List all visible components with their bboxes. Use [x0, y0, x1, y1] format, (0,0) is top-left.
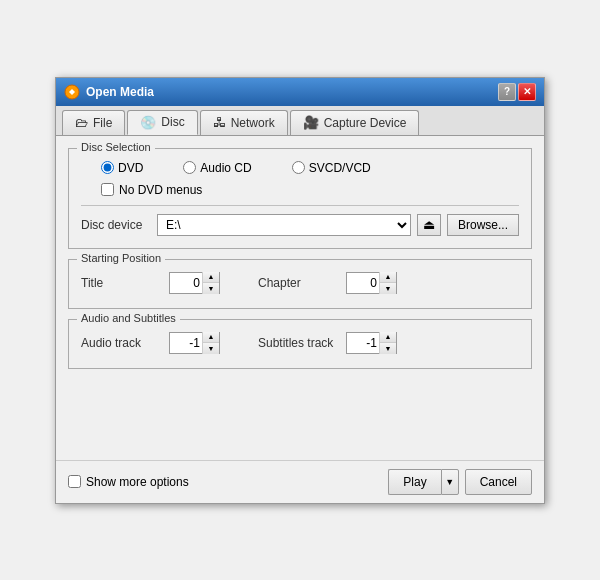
- subtitles-up-arrow[interactable]: ▲: [380, 332, 396, 343]
- audiocd-radio[interactable]: [183, 161, 196, 174]
- disc-type-radio-row: DVD Audio CD SVCD/VCD: [81, 157, 519, 175]
- tab-disc-label: Disc: [161, 115, 184, 129]
- disc-device-label: Disc device: [81, 218, 151, 232]
- title-bar-controls: ? ✕: [498, 83, 536, 101]
- audio-subtitles-label: Audio and Subtitles: [77, 312, 180, 324]
- audio-subtitles-row: Audio track ▲ ▼ Subtitles track: [81, 328, 519, 358]
- capture-tab-icon: 🎥: [303, 115, 319, 130]
- title-bar: Open Media ? ✕: [56, 78, 544, 106]
- audio-track-down-arrow[interactable]: ▼: [203, 343, 219, 354]
- tab-capture-label: Capture Device: [324, 116, 407, 130]
- starting-position-group: Starting Position Title ▲ ▼ Chapter: [68, 259, 532, 309]
- action-buttons: Play ▼ Cancel: [388, 469, 532, 495]
- svcd-label: SVCD/VCD: [309, 161, 371, 175]
- disc-panel: Disc Selection DVD Audio CD SVCD/VCD: [68, 148, 532, 448]
- audiocd-radio-item[interactable]: Audio CD: [183, 161, 251, 175]
- chapter-up-arrow[interactable]: ▲: [380, 272, 396, 283]
- tab-bar: 🗁 File 💿 Disc 🖧 Network 🎥 Capture Device: [56, 106, 544, 136]
- tab-file[interactable]: 🗁 File: [62, 110, 125, 135]
- play-dropdown-button[interactable]: ▼: [441, 469, 459, 495]
- subtitles-down-arrow[interactable]: ▼: [380, 343, 396, 354]
- audiocd-label: Audio CD: [200, 161, 251, 175]
- title-down-arrow[interactable]: ▼: [203, 283, 219, 294]
- chapter-spinner: ▲ ▼: [346, 272, 397, 294]
- disc-device-row: Disc device E:\ ⏏ Browse...: [81, 212, 519, 238]
- chapter-label: Chapter: [258, 276, 338, 290]
- title-label: Title: [81, 276, 161, 290]
- subtitles-section: Subtitles track ▲ ▼: [258, 332, 519, 354]
- file-tab-icon: 🗁: [75, 115, 88, 130]
- subtitles-track-label: Subtitles track: [258, 336, 338, 350]
- chapter-input[interactable]: [347, 273, 379, 293]
- eject-button[interactable]: ⏏: [417, 214, 441, 236]
- dialog-title: Open Media: [86, 85, 154, 99]
- tab-capture[interactable]: 🎥 Capture Device: [290, 110, 420, 135]
- tab-network[interactable]: 🖧 Network: [200, 110, 288, 135]
- starting-position-label: Starting Position: [77, 252, 165, 264]
- subtitles-input[interactable]: [347, 333, 379, 353]
- disc-selection-label: Disc Selection: [77, 141, 155, 153]
- audio-track-spinner: ▲ ▼: [169, 332, 220, 354]
- no-dvd-menus-label: No DVD menus: [119, 183, 202, 197]
- main-content: Disc Selection DVD Audio CD SVCD/VCD: [56, 136, 544, 460]
- browse-button[interactable]: Browse...: [447, 214, 519, 236]
- no-dvd-menus-row: No DVD menus: [81, 183, 519, 197]
- tab-disc[interactable]: 💿 Disc: [127, 110, 197, 135]
- svcd-radio-item[interactable]: SVCD/VCD: [292, 161, 371, 175]
- disc-selection-group: Disc Selection DVD Audio CD SVCD/VCD: [68, 148, 532, 249]
- audio-track-up-arrow[interactable]: ▲: [203, 332, 219, 343]
- bottom-bar: Show more options Play ▼ Cancel: [56, 460, 544, 503]
- audio-track-input[interactable]: [170, 333, 202, 353]
- chapter-down-arrow[interactable]: ▼: [380, 283, 396, 294]
- audio-track-label: Audio track: [81, 336, 161, 350]
- dvd-label: DVD: [118, 161, 143, 175]
- close-button[interactable]: ✕: [518, 83, 536, 101]
- show-more-checkbox[interactable]: [68, 475, 81, 488]
- subtitles-arrows: ▲ ▼: [379, 332, 396, 354]
- app-icon: [64, 84, 80, 100]
- dvd-radio[interactable]: [101, 161, 114, 174]
- tab-file-label: File: [93, 116, 112, 130]
- title-input[interactable]: [170, 273, 202, 293]
- dvd-radio-item[interactable]: DVD: [101, 161, 143, 175]
- show-more-row: Show more options: [68, 475, 189, 489]
- open-media-dialog: Open Media ? ✕ 🗁 File 💿 Disc 🖧 Network 🎥…: [55, 77, 545, 504]
- help-button[interactable]: ?: [498, 83, 516, 101]
- title-bar-left: Open Media: [64, 84, 154, 100]
- title-up-arrow[interactable]: ▲: [203, 272, 219, 283]
- show-more-label: Show more options: [86, 475, 189, 489]
- audio-subtitles-group: Audio and Subtitles Audio track ▲ ▼ Subt…: [68, 319, 532, 369]
- subtitles-spinner: ▲ ▼: [346, 332, 397, 354]
- svcd-radio[interactable]: [292, 161, 305, 174]
- network-tab-icon: 🖧: [213, 115, 226, 130]
- chapter-spinner-arrows: ▲ ▼: [379, 272, 396, 294]
- disc-device-select[interactable]: E:\: [157, 214, 411, 236]
- no-dvd-menus-checkbox[interactable]: [101, 183, 114, 196]
- cancel-button[interactable]: Cancel: [465, 469, 532, 495]
- title-chapter-row: Title ▲ ▼ Chapter ▲: [81, 268, 519, 298]
- disc-tab-icon: 💿: [140, 115, 156, 130]
- separator: [81, 205, 519, 206]
- audio-track-arrows: ▲ ▼: [202, 332, 219, 354]
- chapter-section: Chapter ▲ ▼: [258, 272, 519, 294]
- title-spinner: ▲ ▼: [169, 272, 220, 294]
- tab-network-label: Network: [231, 116, 275, 130]
- play-button[interactable]: Play: [388, 469, 440, 495]
- title-spinner-arrows: ▲ ▼: [202, 272, 219, 294]
